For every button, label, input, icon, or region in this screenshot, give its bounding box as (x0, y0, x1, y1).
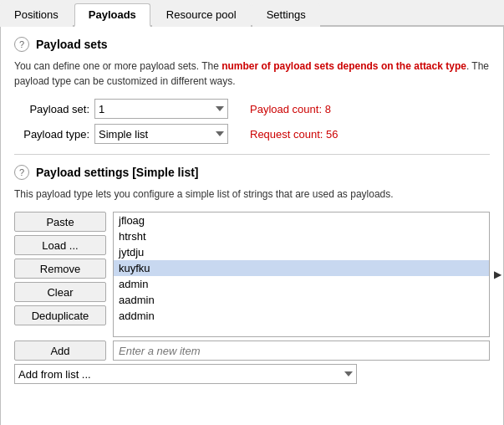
payload-type-row: Payload type: Simple list Runtime file C… (14, 124, 490, 144)
list-item[interactable]: htrsht (114, 228, 489, 244)
payload-sets-title: Payload sets (36, 38, 108, 51)
payload-count-info: Payload count: 8 (250, 103, 331, 115)
payload-type-label: Payload type: (14, 128, 89, 141)
payload-count-value: 8 (325, 103, 331, 115)
paste-button[interactable]: Paste (14, 212, 106, 232)
request-count-info: Request count: 56 (250, 128, 339, 141)
add-from-list-row: Add from list ... (14, 364, 490, 384)
tab-positions[interactable]: Positions (0, 3, 73, 27)
tab-settings[interactable]: Settings (252, 3, 320, 27)
payload-settings-header: ? Payload settings [Simple list] (14, 165, 490, 180)
deduplicate-button[interactable]: Deduplicate (14, 305, 106, 325)
list-item[interactable]: aadmin (114, 292, 489, 308)
section-divider (14, 154, 490, 155)
payload-set-row: Payload set: 1 2 3 Payload count: 8 (14, 99, 490, 119)
add-item-input[interactable] (113, 341, 490, 361)
payload-set-label: Payload set: (14, 103, 89, 115)
action-buttons: Paste Load ... Remove Clear Deduplicate (14, 212, 106, 337)
main-content: ? Payload sets You can define one or mor… (0, 27, 504, 425)
add-button[interactable]: Add (14, 341, 106, 361)
payload-set-select[interactable]: 1 2 3 (94, 99, 228, 119)
app-container: Positions Payloads Resource pool Setting… (0, 0, 504, 425)
payload-type-select[interactable]: Simple list Runtime file Custom iterator (94, 124, 228, 144)
payload-sets-description: You can define one or more payload sets.… (14, 59, 490, 89)
list-item[interactable]: jytdju (114, 244, 489, 260)
list-area: jfloag htrsht jytdju kuyfku admin aadmin… (113, 212, 490, 337)
list-item[interactable]: addmin (114, 308, 489, 324)
tab-payloads[interactable]: Payloads (74, 3, 150, 27)
request-count-value: 56 (326, 128, 338, 141)
help-icon-payload-sets[interactable]: ? (14, 37, 29, 52)
list-item[interactable]: jfloag (114, 212, 489, 228)
payload-settings-title: Payload settings [Simple list] (36, 166, 199, 179)
payload-sets-header: ? Payload sets (14, 37, 490, 52)
add-from-list-select[interactable]: Add from list ... (14, 364, 357, 384)
payload-area: Paste Load ... Remove Clear Deduplicate … (14, 212, 490, 337)
payload-list[interactable]: jfloag htrsht jytdju kuyfku admin aadmin… (113, 212, 490, 337)
payload-settings-description: This payload type lets you configure a s… (14, 187, 490, 202)
add-row: Add (14, 341, 490, 361)
clear-button[interactable]: Clear (14, 282, 106, 302)
tab-resource-pool[interactable]: Resource pool (152, 3, 251, 27)
list-item[interactable]: kuyfku (114, 260, 489, 276)
scroll-arrow-icon: ▶ (494, 269, 501, 280)
help-icon-payload-settings[interactable]: ? (14, 165, 29, 180)
list-item[interactable]: admin (114, 276, 489, 292)
tab-bar: Positions Payloads Resource pool Setting… (0, 0, 504, 27)
load-button[interactable]: Load ... (14, 235, 106, 255)
remove-button[interactable]: Remove (14, 259, 106, 279)
